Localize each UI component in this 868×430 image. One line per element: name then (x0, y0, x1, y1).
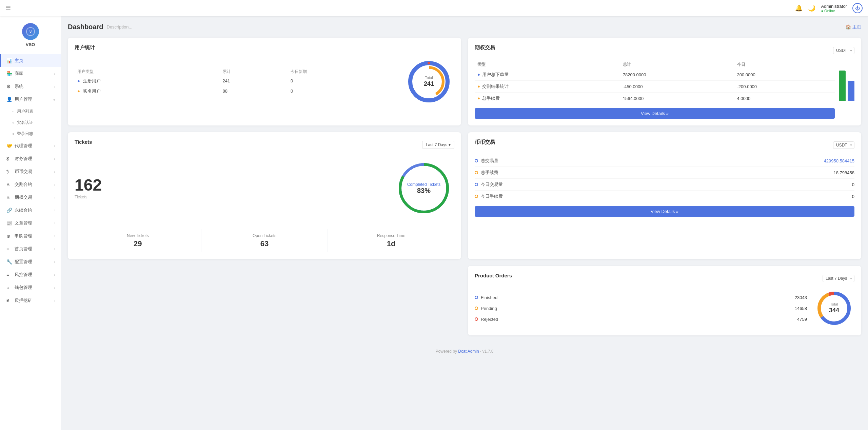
futures-header: 期权交易 USDT (475, 44, 854, 56)
sub-label-login-log: 登录日志 (17, 131, 33, 137)
product-orders-header: Product Orders Last 7 Days (475, 273, 854, 284)
futures-view-details-button[interactable]: View Details » (475, 108, 835, 119)
article-icon: 📰 (6, 220, 12, 226)
order-value-finished: 23043 (795, 295, 807, 300)
coin-trading-view-details-button[interactable]: View Details » (475, 206, 854, 217)
futures-result-today: -200.0000 (734, 81, 835, 93)
sidebar-item-article[interactable]: 📰 文章管理 › (0, 217, 61, 230)
futures-bar-chart (839, 60, 854, 101)
user-type-registered: ● 注册用户 (75, 76, 220, 86)
dot-pending (475, 307, 478, 310)
config-icon: 🔧 (6, 259, 12, 265)
home-link-text: 主页 (852, 24, 861, 30)
dot-blue-2 (475, 183, 478, 186)
second-cards-row: Tickets Last 7 Days ▾ 162 Tickets (68, 132, 861, 259)
arrow-perpetual: › (54, 209, 55, 212)
coin-trade-icon: ₿ (6, 169, 12, 174)
coin-trading-card: 币币交易 USDT 总交易量 429950.584415 (468, 132, 861, 259)
user-stats-card: 用户统计 用户类型 累计 今日新增 (68, 38, 461, 125)
sidebar-item-finance[interactable]: $ 财务管理 › (0, 152, 61, 165)
product-orders-card: Product Orders Last 7 Days Finished (468, 266, 861, 335)
home-icon-link: 🏠 (846, 24, 851, 30)
merchant-icon: 🏪 (6, 71, 12, 76)
futures-result-total: -450.0000 (620, 81, 734, 93)
sidebar-item-agent-mgmt[interactable]: 🤝 代理管理 › (0, 139, 61, 152)
coin-item-label-3: 今日手续费 (475, 193, 503, 199)
sidebar-label-perpetual: 永续合约 (15, 207, 32, 213)
sidebar-item-apply[interactable]: ⊕ 申购管理 › (0, 230, 61, 242)
sidebar-item-wallet[interactable]: ○ 钱包管理 › (0, 281, 61, 294)
sidebar-item-merchant[interactable]: 🏪 商家 › (0, 67, 61, 80)
contract-icon: B (6, 182, 12, 187)
product-orders-select-wrapper[interactable]: Last 7 Days (823, 275, 854, 282)
logo-circle: V (22, 23, 39, 40)
power-icon[interactable]: ⏻ (852, 3, 863, 13)
futures-currency-select-wrapper[interactable]: USDT (833, 47, 854, 54)
sidebar-item-coin-trade[interactable]: ₿ 币币交易 › (0, 165, 61, 178)
sidebar-label-merchant: 商家 (15, 71, 23, 77)
futures-icon: B (6, 195, 12, 200)
futures-fee-total: 1564.0000 (620, 93, 734, 104)
coin-currency-select-wrapper[interactable]: USDT (833, 141, 854, 149)
agent-icon: 🤝 (6, 143, 12, 149)
sidebar-item-system[interactable]: ⚙ 系统 › (0, 80, 61, 93)
empty-slot (68, 266, 461, 335)
sidebar-sub-login-log[interactable]: 登录日志 (0, 128, 61, 139)
sidebar-item-risk[interactable]: ≡ 风控管理 › (0, 268, 61, 281)
last-days-label: Last 7 Days (426, 142, 447, 147)
home-breadcrumb-link[interactable]: 🏠 主页 (846, 24, 861, 30)
coin-currency-select[interactable]: USDT (833, 141, 854, 149)
hamburger-menu[interactable]: ☰ (5, 4, 11, 12)
layout: V VSO 📊 主页 🏪 商家 › ⚙ 系统 › 👤 用户管理 ∨ 用户列表 (0, 0, 868, 430)
sidebar-item-home[interactable]: 📊 主页 (0, 54, 61, 67)
coin-trading-title: 币币交易 (475, 139, 495, 145)
order-label-finished: Finished (475, 295, 497, 300)
bell-icon[interactable]: 🔔 (795, 4, 803, 12)
sidebar-item-mining[interactable]: ¥ 质押挖矿 › (0, 294, 61, 307)
sidebar-label-contract: 交割合约 (15, 181, 32, 188)
list-item: Rejected 4759 (475, 314, 807, 325)
moon-icon[interactable]: 🌙 (808, 4, 815, 12)
sidebar-label-config: 配置管理 (15, 259, 32, 265)
col-total: 累计 (220, 67, 288, 76)
footer-link[interactable]: Dcat Admin (458, 349, 479, 354)
response-time-value: 1d (331, 239, 452, 248)
top-cards-row: 用户统计 用户类型 累计 今日新增 (68, 38, 861, 125)
arrow-agent: › (54, 144, 55, 148)
futures-currency-select[interactable]: USDT (833, 47, 854, 54)
sidebar-item-homepage[interactable]: ≡ 首页管理 › (0, 242, 61, 255)
registered-today: 0 (288, 76, 397, 86)
order-label-rejected: Rejected (475, 317, 498, 322)
response-time-label: Response Time (331, 233, 452, 238)
arrow-futures: › (54, 196, 55, 199)
response-time-stat: Response Time 1d (328, 229, 454, 252)
coin-item-value-2: 0 (852, 182, 854, 187)
order-value-pending: 14658 (795, 306, 807, 311)
sidebar-item-config[interactable]: 🔧 配置管理 › (0, 255, 61, 268)
dot-finished (475, 296, 478, 299)
user-stats-title: 用户统计 (75, 44, 454, 51)
product-orders-select[interactable]: Last 7 Days (823, 275, 854, 282)
sidebar-item-futures[interactable]: B 期权交易 › (0, 191, 61, 204)
coin-item-value-0: 429950.584415 (824, 158, 854, 163)
chevron-right-icon: › (54, 72, 55, 76)
footer-version: · v1.7.8 (480, 349, 493, 354)
sidebar-item-user-mgmt[interactable]: 👤 用户管理 ∨ (0, 93, 61, 106)
sidebar-item-perpetual[interactable]: 🔗 永续合约 › (0, 204, 61, 217)
svg-text:V: V (29, 30, 32, 34)
list-item: Finished 23043 (475, 292, 807, 303)
user-info[interactable]: Administrator ● Online (821, 4, 847, 13)
tickets-header: Tickets Last 7 Days ▾ (75, 139, 454, 150)
sidebar-sub-user-list[interactable]: 用户列表 (0, 106, 61, 117)
sidebar-sub-real-name[interactable]: 实名认证 (0, 117, 61, 128)
sidebar-label-wallet: 钱包管理 (15, 285, 32, 291)
new-tickets-stat: New Tickets 29 (75, 229, 201, 252)
tickets-circular-chart: Completed Tickets 83% (393, 158, 454, 219)
table-row: ● 实名用户 88 0 (75, 86, 397, 96)
page-header: Dashboard Description... 🏠 主页 (68, 23, 861, 31)
sidebar-item-contract[interactable]: B 交割合约 › (0, 178, 61, 191)
user-stats-table: 用户类型 累计 今日新增 ● 注册用户 (75, 67, 397, 96)
last7-days-button[interactable]: Last 7 Days ▾ (422, 141, 454, 149)
coin-item-value-3: 0 (852, 194, 854, 199)
sub-label-user-list: 用户列表 (17, 109, 33, 114)
